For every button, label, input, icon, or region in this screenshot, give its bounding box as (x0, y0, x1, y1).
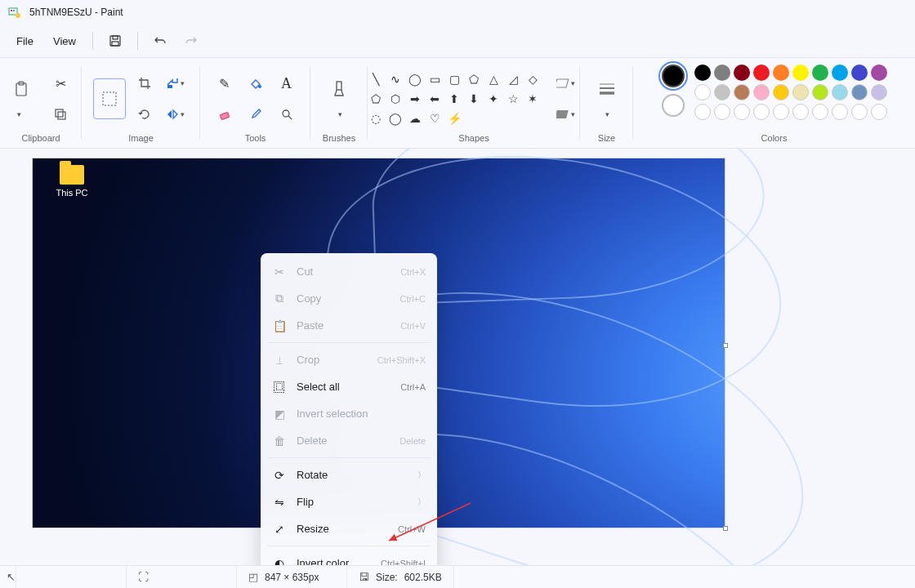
color-swatch[interactable] (851, 65, 868, 81)
shape-fill-button[interactable]: ▾ (551, 100, 579, 128)
color-swatch[interactable] (832, 65, 848, 81)
color-2-swatch[interactable] (662, 94, 685, 117)
color-swatch[interactable] (832, 84, 848, 100)
shape-diamond-icon[interactable]: ◇ (525, 72, 540, 87)
color-swatch[interactable] (694, 84, 711, 100)
shape-callout-oval-icon[interactable]: ◯ (388, 111, 403, 126)
shape-arrowd-icon[interactable]: ⬇ (466, 91, 481, 106)
color-swatch[interactable] (871, 65, 887, 81)
size-button[interactable] (593, 75, 621, 103)
text-tool[interactable]: A (273, 69, 301, 97)
shape-6star-icon[interactable]: ✶ (525, 91, 540, 106)
color-swatch[interactable] (714, 84, 730, 100)
shape-heart-icon[interactable]: ♡ (427, 111, 442, 126)
color-swatch-empty[interactable] (714, 104, 730, 120)
paste-dropdown[interactable]: ▾ (7, 106, 29, 122)
shape-oval-icon[interactable]: ◯ (408, 72, 422, 87)
ctx-rotate[interactable]: ⟳ Rotate 〉 (261, 461, 437, 488)
shape-5star-icon[interactable]: ☆ (506, 91, 520, 106)
color-swatch[interactable] (753, 65, 770, 81)
resize-handle-corner[interactable] (723, 526, 728, 531)
color-swatch-empty[interactable] (812, 104, 828, 120)
delete-icon: 🗑 (272, 434, 287, 448)
svg-rect-11 (103, 92, 116, 105)
crop-icon: ⟂ (272, 354, 287, 367)
color-swatch-empty[interactable] (871, 104, 887, 120)
color-swatch-empty[interactable] (792, 104, 809, 120)
ctx-select-all[interactable]: ⿴ Select all Ctrl+A (261, 373, 437, 400)
shape-rtriangle-icon[interactable]: ◿ (506, 72, 520, 87)
shape-lightning-icon[interactable]: ⚡ (447, 111, 462, 126)
shape-triangle-icon[interactable]: △ (486, 72, 501, 87)
shape-rect-icon[interactable]: ▭ (427, 72, 442, 87)
shape-outline-button[interactable]: ▾ (551, 69, 579, 97)
save-button[interactable] (101, 27, 129, 55)
rotate-button[interactable] (131, 100, 158, 128)
color-swatch[interactable] (734, 65, 750, 81)
resize-button[interactable]: ▾ (162, 69, 190, 97)
redo-button[interactable] (177, 27, 205, 55)
ctx-crop: ⟂ Crop Ctrl+Shift+X (261, 346, 437, 373)
shape-polygon-icon[interactable]: ⬠ (466, 72, 481, 87)
color-1-swatch[interactable] (662, 65, 685, 87)
shapes-gallery[interactable]: ╲ ∿ ◯ ▭ ▢ ⬠ △ ◿ ◇ ⬠ ⬡ ➡ ⬅ ⬆ ⬇ ✦ ☆ ✶ ◌ ◯ (368, 72, 540, 126)
copy-button[interactable] (47, 100, 74, 128)
shape-arrowu-icon[interactable]: ⬆ (447, 91, 462, 106)
eraser-tool[interactable] (211, 100, 239, 128)
select-tool[interactable] (93, 78, 126, 119)
resize-handle-right[interactable] (723, 343, 728, 348)
pencil-tool[interactable]: ✎ (211, 69, 239, 97)
color-swatch[interactable] (792, 65, 809, 81)
undo-button[interactable] (146, 27, 174, 55)
color-swatch-empty[interactable] (734, 104, 750, 120)
color-swatch-empty[interactable] (832, 104, 848, 120)
flip-button[interactable]: ▾ (162, 100, 190, 128)
color-swatch[interactable] (812, 65, 828, 81)
color-swatch[interactable] (792, 84, 809, 100)
color-swatch[interactable] (812, 84, 828, 100)
menu-file[interactable]: File (8, 30, 42, 52)
color-swatch-empty[interactable] (773, 104, 789, 120)
chevron-right-icon: 〉 (417, 497, 426, 508)
shape-arrowr-icon[interactable]: ➡ (408, 91, 422, 106)
zoom-tool[interactable] (273, 100, 301, 128)
color-swatch[interactable] (851, 84, 868, 100)
color-swatch[interactable] (753, 84, 770, 100)
dimensions-icon: ◰ (248, 571, 258, 583)
menu-view[interactable]: View (45, 30, 84, 52)
crop-button[interactable] (131, 69, 158, 97)
paste-button[interactable] (7, 75, 35, 103)
ctx-resize[interactable]: ⤢ Resize Ctrl+W (261, 515, 437, 542)
shape-roundrect-icon[interactable]: ▢ (447, 72, 462, 87)
brush-dropdown[interactable]: ▾ (328, 106, 350, 122)
shape-line-icon[interactable]: ╲ (368, 72, 383, 87)
shape-arrowl-icon[interactable]: ⬅ (427, 91, 442, 106)
size-dropdown[interactable]: ▾ (596, 106, 618, 122)
fill-tool[interactable] (242, 69, 270, 97)
ctx-flip[interactable]: ⇋ Flip 〉 (261, 488, 437, 515)
cut-button[interactable]: ✂ (47, 69, 74, 97)
color-swatch[interactable] (773, 65, 789, 81)
color-swatch-empty[interactable] (694, 104, 711, 120)
group-label: Image (128, 133, 154, 145)
select-all-icon: ⿴ (272, 381, 287, 394)
cursor-icon: ↖ (7, 571, 16, 583)
color-swatch[interactable] (694, 65, 711, 81)
color-swatch-empty[interactable] (851, 104, 868, 120)
color-swatch[interactable] (773, 84, 789, 100)
shape-callout-round-icon[interactable]: ◌ (368, 111, 383, 126)
desktop-icon-label: This PC (47, 188, 96, 198)
color-swatch-empty[interactable] (753, 104, 770, 120)
color-swatch[interactable] (871, 84, 887, 100)
group-label: Tools (245, 133, 266, 145)
color-swatch[interactable] (714, 65, 730, 81)
shape-curve-icon[interactable]: ∿ (388, 72, 403, 87)
shape-pentagon-icon[interactable]: ⬠ (368, 91, 383, 106)
color-swatch[interactable] (734, 84, 750, 100)
shape-callout-cloud-icon[interactable]: ☁ (408, 111, 422, 126)
picker-tool[interactable] (242, 100, 270, 128)
brush-button[interactable] (325, 75, 353, 103)
ctx-copy: ⧉ Copy Ctrl+C (261, 285, 437, 312)
shape-hexagon-icon[interactable]: ⬡ (388, 91, 403, 106)
shape-4star-icon[interactable]: ✦ (486, 91, 501, 106)
